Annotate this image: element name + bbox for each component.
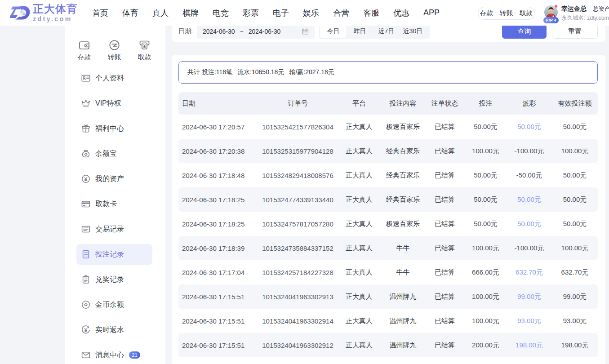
quick-deposit[interactable]: 存款 — [69, 39, 99, 62]
cell-status: 已结算 — [425, 317, 465, 325]
cell-bet-content: 极速百家乐 — [381, 220, 425, 228]
cell-date: 2024-06-30 17:15:51 — [178, 342, 258, 349]
calendar-icon — [302, 28, 309, 35]
reset-button[interactable]: 重置 — [552, 24, 598, 39]
quick-range-button[interactable]: 近30日 — [400, 25, 426, 38]
cell-date: 2024-06-30 17:18:48 — [178, 172, 258, 179]
sidebar-item-profile[interactable]: 个人资料 — [76, 68, 152, 89]
brand-logo[interactable]: 正大体育 zdty.com — [10, 4, 78, 22]
nav-item[interactable]: 彩票 — [243, 8, 259, 18]
quick-withdraw[interactable]: 取款 — [129, 39, 160, 62]
sidebar-item-rebate[interactable]: 实时返水 — [76, 320, 152, 340]
sidebar-item-messages[interactable]: 消息中心 21 — [76, 345, 152, 364]
summary-bar: 共计 投注:118笔 流水:10650.18元 输/赢:2027.18元 — [178, 61, 598, 84]
username[interactable]: 幸运金总 — [561, 5, 587, 13]
table-row[interactable]: 2024-06-30 17:15:51 1015324041963302913 … — [178, 284, 598, 309]
cell-valid-amount: 50.00元 — [552, 123, 598, 131]
date-from-value[interactable]: 2024-06-30 — [203, 28, 235, 35]
table-row[interactable]: 2024-06-30 17:20:38 1015325315977904128 … — [178, 139, 598, 163]
quick-range-button[interactable]: 今日 — [320, 25, 347, 38]
sidebar-menu: 个人资料 VIP特权 福利中心 — [76, 68, 152, 364]
quick-withdraw-label: 取款 — [138, 53, 151, 62]
cell-valid-amount: 198.00元 — [552, 341, 598, 350]
cell-payout: 50.00元 — [507, 123, 552, 131]
sidebar-item-yuebao[interactable]: 余额宝 — [76, 143, 152, 164]
money-pouch-icon — [81, 149, 90, 158]
deposit-link[interactable]: 存款 — [480, 9, 493, 18]
nav-item[interactable]: 首页 — [92, 8, 108, 18]
brand-name: 正大体育 — [33, 4, 78, 14]
nav-item[interactable]: 客服 — [363, 8, 379, 18]
cell-valid-amount: 99.00元 — [552, 293, 598, 301]
table-row[interactable]: 2024-06-30 17:18:25 1015324774339133440 … — [178, 187, 598, 212]
sidebar-item-transactions[interactable]: 交易记录 — [76, 219, 152, 240]
cell-payout: -100.00元 — [507, 244, 552, 253]
cell-date: 2024-06-30 17:18:25 — [178, 220, 258, 228]
transfer-link[interactable]: 转账 — [500, 9, 513, 18]
table-row[interactable]: 2024-06-30 17:15:51 1015324041963302914 … — [178, 309, 598, 333]
bet-record-icon — [81, 250, 90, 259]
user-info-line1: 幸运金总 总资产: — [561, 5, 609, 13]
table-row[interactable]: 2024-06-30 17:18:48 1015324829418008576 … — [178, 163, 598, 187]
total-assets-label: 总资产: — [593, 5, 609, 13]
wallet-actions-pill: 存款 转账 取款 — [478, 7, 535, 20]
sidebar-item-bet-records[interactable]: 投注记录 — [76, 244, 152, 265]
sidebar-item-label: 实时返水 — [95, 325, 124, 335]
sidebar-item-vip[interactable]: VIP特权 — [76, 93, 152, 114]
quick-transfer[interactable]: 转账 — [99, 39, 129, 62]
column-header-payout: 派彩 — [507, 99, 552, 108]
table-row[interactable]: 2024-06-30 17:17:04 1015324257184227328 … — [178, 260, 598, 284]
sidebar-item-label: VIP特权 — [95, 99, 121, 108]
cell-bet-amount: 50.00元 — [465, 195, 507, 204]
cell-status: 已结算 — [425, 171, 465, 180]
sidebar-item-withdraw-card[interactable]: 取款卡 — [76, 194, 152, 214]
top-header: 正大体育 zdty.com 首页 体育 真人 棋牌 电竞 彩票 电子 娱乐 合营… — [0, 0, 609, 26]
cell-date: 2024-06-30 17:18:25 — [178, 196, 258, 204]
nav-item[interactable]: 棋牌 — [182, 8, 199, 18]
nav-item[interactable]: 电竞 — [213, 8, 229, 18]
user-info-line2: 永久域名: zdty.com — [561, 14, 609, 22]
sidebar-item-label: 交易记录 — [95, 225, 124, 234]
nav-item[interactable]: 娱乐 — [303, 8, 319, 18]
sidebar-item-redeem-records[interactable]: 兑奖记录 — [76, 269, 152, 290]
sidebar-item-welfare[interactable]: 福利中心 — [76, 118, 152, 139]
date-range-input[interactable]: 2024-06-30 ~ 2024-06-30 — [197, 24, 315, 39]
message-icon — [81, 351, 90, 360]
bet-records-panel: 共计 投注:118笔 流水:10650.18元 输/赢:2027.18元 日期 … — [172, 55, 605, 364]
cell-order-number: 1015324774339133440 — [258, 196, 337, 204]
date-to-value[interactable]: 2024-06-30 — [249, 28, 281, 35]
nav-item[interactable]: 真人 — [152, 8, 169, 18]
sidebar-item-coin-balance[interactable]: 金币余额 — [76, 294, 152, 315]
quick-range-button[interactable]: 近7日 — [373, 25, 400, 38]
cell-payout: 99.00元 — [507, 293, 552, 301]
cell-bet-content: 经典百家乐 — [381, 195, 425, 204]
cell-platform: 正大真人 — [337, 341, 381, 350]
nav-item[interactable]: 合营 — [333, 8, 349, 18]
sidebar-item-assets[interactable]: 我的资产 — [76, 169, 152, 189]
nav-item[interactable]: 电子 — [273, 8, 289, 18]
transfer-icon — [108, 39, 120, 51]
query-button[interactable]: 查询 — [502, 24, 547, 39]
cell-status: 已结算 — [425, 195, 465, 204]
withdraw-link[interactable]: 取款 — [520, 9, 533, 18]
cell-platform: 正大真人 — [337, 317, 381, 325]
cell-status: 已结算 — [425, 123, 465, 131]
cell-status: 已结算 — [425, 341, 465, 350]
cell-payout: 93.00元 — [507, 317, 552, 325]
table-row[interactable]: 2024-06-30 17:20:57 1015325421577826304 … — [178, 115, 598, 139]
cell-bet-amount: 100.00元 — [465, 244, 507, 253]
quick-range-button[interactable]: 昨日 — [347, 25, 373, 38]
nav-item[interactable]: 优惠 — [393, 8, 409, 18]
table-row[interactable]: 2024-06-30 17:15:51 1015324041963302912 … — [178, 333, 598, 357]
sidebar-item-label: 兑奖记录 — [95, 275, 124, 284]
rebate-icon — [81, 325, 90, 334]
cell-valid-amount: 93.00元 — [552, 317, 598, 325]
table-row[interactable]: 2024-06-30 17:18:39 1015324735884337152 … — [178, 236, 598, 260]
table-row[interactable]: 2024-06-30 17:18:25 1015324757817057280 … — [178, 212, 598, 236]
nav-item[interactable]: 体育 — [122, 8, 138, 18]
cell-date: 2024-06-30 17:18:39 — [178, 244, 258, 252]
nav-item[interactable]: APP — [423, 8, 440, 18]
cell-status: 已结算 — [425, 268, 465, 277]
quick-transfer-label: 转账 — [108, 53, 121, 62]
cell-bet-content: 温州牌九 — [381, 317, 425, 325]
